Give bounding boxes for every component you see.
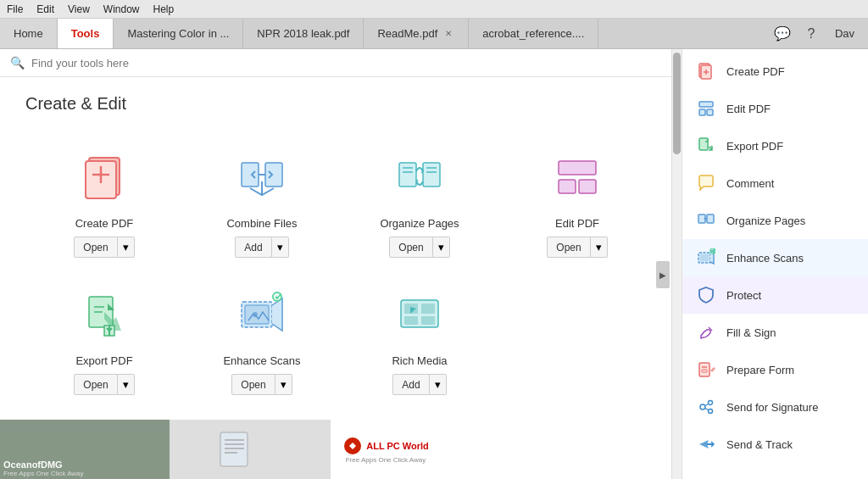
rp-item-create-pdf[interactable]: Create PDF <box>682 53 868 90</box>
rp-item-export-pdf[interactable]: Export PDF <box>682 127 868 164</box>
svg-rect-8 <box>423 163 440 187</box>
combine-files-add-button[interactable]: Add <box>235 237 271 258</box>
svg-rect-39 <box>699 102 713 107</box>
scrollbar[interactable] <box>671 49 682 479</box>
tab-npr[interactable]: NPR 2018 leak.pdf <box>243 19 364 48</box>
tool-grid: Create PDF Open ▾ <box>25 134 656 409</box>
svg-rect-29 <box>220 432 248 466</box>
rp-create-pdf-label: Create PDF <box>726 65 785 78</box>
tools-content: Create & Edit Create PDF Open <box>0 77 682 426</box>
rp-item-enhance-scans[interactable]: Enhance Scans <box>682 239 868 276</box>
rich-media-add-button[interactable]: Add <box>392 374 429 395</box>
rp-fill-sign-label: Fill & Sign <box>726 326 776 339</box>
rp-enhance-scans-icon <box>696 248 716 268</box>
svg-rect-4 <box>242 163 259 187</box>
rp-organize-pages-icon <box>696 210 716 231</box>
create-pdf-open-button[interactable]: Open <box>74 237 117 258</box>
rp-comment-label: Comment <box>726 177 774 190</box>
main-area: 🔍 Create & Edit Create PD <box>0 49 868 479</box>
svg-rect-46 <box>700 254 709 261</box>
user-label[interactable]: Dav <box>828 27 861 40</box>
right-panel: Create PDF Edit PDF Export <box>682 49 868 479</box>
tool-item-combine-files: Combine Files Add ▾ <box>183 134 341 271</box>
rp-send-track-label: Send & Track <box>726 438 793 451</box>
tab-home[interactable]: Home <box>0 19 58 48</box>
svg-rect-27 <box>404 316 418 325</box>
enhance-scans-arrow-button[interactable]: ▾ <box>275 374 292 395</box>
enhance-scans-open-button[interactable]: Open <box>231 374 275 395</box>
organize-pages-open-button[interactable]: Open <box>389 237 432 258</box>
rp-export-pdf-label: Export PDF <box>726 140 783 153</box>
rp-protect-label: Protect <box>726 289 761 302</box>
menu-window[interactable]: Window <box>103 3 140 15</box>
menu-view[interactable]: View <box>68 3 90 15</box>
svg-point-53 <box>709 409 713 414</box>
svg-rect-40 <box>699 109 705 115</box>
rich-media-arrow-button[interactable]: ▾ <box>430 374 447 395</box>
rp-send-track-icon <box>696 434 716 454</box>
rp-item-prepare-form[interactable]: Prepare Form <box>682 351 868 388</box>
svg-line-55 <box>705 409 709 410</box>
scroll-thumb[interactable] <box>673 53 681 154</box>
combine-files-btn-wrap: Add ▾ <box>235 237 288 258</box>
rich-media-btn-wrap: Add ▾ <box>392 374 446 395</box>
create-pdf-arrow-button[interactable]: ▾ <box>118 237 135 258</box>
edit-pdf-open-button[interactable]: Open <box>547 237 590 258</box>
edit-pdf-arrow-button[interactable]: ▾ <box>591 237 608 258</box>
rp-item-edit-pdf[interactable]: Edit PDF <box>682 90 868 127</box>
watermark-map: OceanofDMG Free Apps One Click Away <box>0 420 170 479</box>
rp-item-fill-sign[interactable]: Fill & Sign <box>682 314 868 351</box>
help-icon-button[interactable]: ? <box>799 22 823 46</box>
svg-rect-7 <box>399 163 416 187</box>
rp-item-protect[interactable]: Protect <box>682 276 868 314</box>
collapse-panel-button[interactable]: ▶ <box>656 261 670 288</box>
rp-item-comment[interactable]: Comment <box>682 164 868 202</box>
tab-mastering[interactable]: Mastering Color in ... <box>114 19 243 48</box>
rp-item-organize-pages[interactable]: Organize Pages <box>682 202 868 239</box>
create-pdf-btn-wrap: Open ▾ <box>74 237 134 258</box>
svg-rect-5 <box>265 163 282 187</box>
svg-rect-43 <box>698 214 705 223</box>
organize-pages-icon <box>389 148 450 209</box>
rp-prepare-form-icon <box>696 359 716 380</box>
rp-fill-sign-icon <box>696 322 716 343</box>
menu-help[interactable]: Help <box>153 3 175 15</box>
combine-files-arrow-button[interactable]: ▾ <box>272 237 289 258</box>
combine-files-label: Combine Files <box>226 217 297 230</box>
export-pdf-open-button[interactable]: Open <box>74 374 117 395</box>
tab-bar: Home Tools Mastering Color in ... NPR 20… <box>0 19 868 49</box>
svg-rect-41 <box>707 109 713 115</box>
rich-media-icon <box>389 285 450 346</box>
tab-tools[interactable]: Tools <box>58 19 114 48</box>
svg-point-51 <box>700 404 705 409</box>
rp-comment-icon <box>696 173 716 193</box>
tab-acrobat[interactable]: acrobat_reference.... <box>469 19 598 48</box>
rp-organize-pages-label: Organize Pages <box>726 214 805 227</box>
export-pdf-arrow-button[interactable]: ▾ <box>118 374 135 395</box>
svg-rect-14 <box>559 180 576 193</box>
tab-readme[interactable]: ReadMe.pdf ✕ <box>364 19 469 48</box>
organize-pages-label: Organize Pages <box>380 217 459 230</box>
watermark-overlay: OceanofDMG Free Apps One Click Away <box>0 420 495 479</box>
chat-icon-button[interactable]: 💬 <box>771 22 794 46</box>
tool-item-rich-media: Rich Media Add ▾ <box>341 271 498 409</box>
section-title: Create & Edit <box>25 94 656 114</box>
search-input[interactable] <box>31 57 671 70</box>
close-readme-button[interactable]: ✕ <box>442 28 454 40</box>
export-pdf-btn-wrap: Open ▾ <box>74 374 134 395</box>
rp-send-signature-label: Send for Signature <box>726 401 818 414</box>
rp-item-send-track[interactable]: Send & Track <box>682 426 868 463</box>
menu-edit[interactable]: Edit <box>36 3 54 15</box>
watermark-sub: Free Apps One Click Away <box>3 470 84 477</box>
organize-pages-arrow-button[interactable]: ▾ <box>433 237 450 258</box>
combine-files-icon <box>231 148 292 209</box>
tab-spacer <box>598 19 764 48</box>
tab-actions: 💬 ? Dav <box>764 19 868 48</box>
edit-pdf-icon <box>547 148 608 209</box>
enhance-scans-label: Enhance Scans <box>223 354 300 367</box>
svg-rect-26 <box>421 304 435 314</box>
rp-protect-icon <box>696 285 716 305</box>
enhance-scans-icon <box>231 285 292 346</box>
rp-item-send-signature[interactable]: Send for Signature <box>682 388 868 426</box>
menu-file[interactable]: File <box>7 3 23 15</box>
